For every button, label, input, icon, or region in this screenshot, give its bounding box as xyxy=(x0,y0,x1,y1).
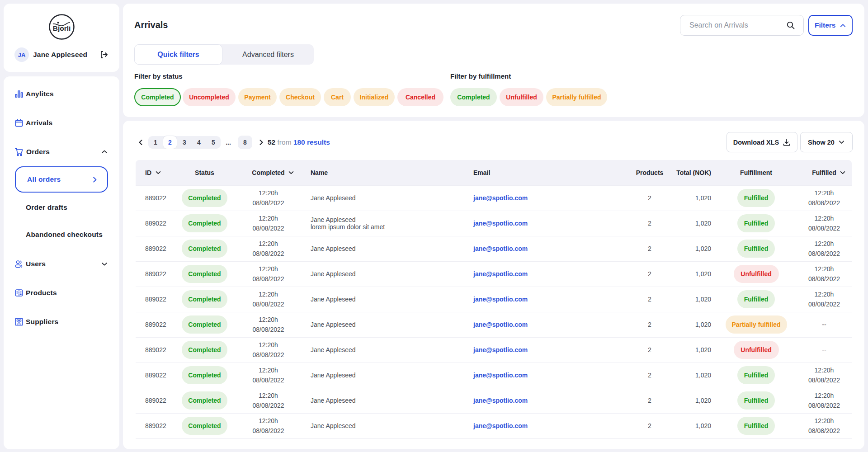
svg-text:Bjorli: Bjorli xyxy=(53,24,71,32)
